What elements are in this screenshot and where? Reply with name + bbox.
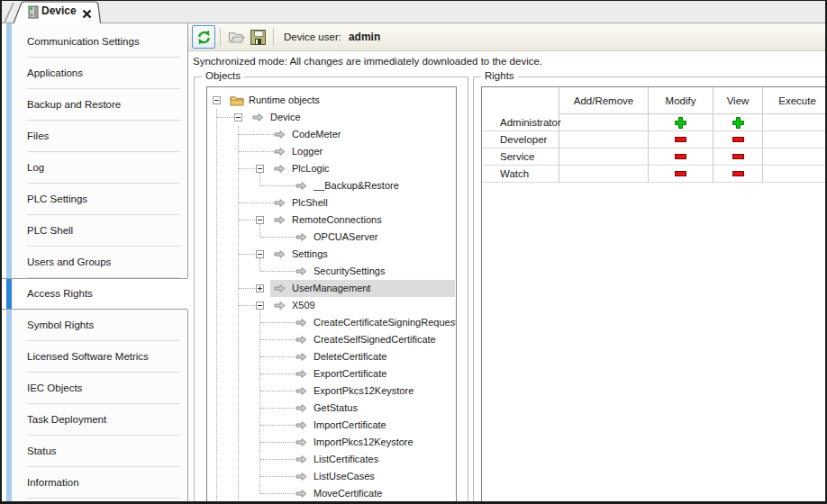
tree-connector: [216, 109, 218, 504]
tree-item-backup-restore[interactable]: __Backup&Restore: [207, 177, 456, 194]
sidebar-item-access-rights[interactable]: Access Rights: [2, 278, 187, 310]
column-header-modify: Modify: [649, 87, 713, 114]
open-folder-icon: [228, 31, 245, 44]
tab-device[interactable]: Device: [11, 1, 103, 23]
object-arrow-icon: [274, 147, 286, 157]
tree-connector: [260, 356, 295, 358]
sidebar-item-symbol-rights[interactable]: Symbol Rights: [2, 310, 187, 341]
sidebar-item-status[interactable]: Status: [2, 436, 187, 467]
deny-minus-icon: [675, 171, 686, 176]
tree-connector: [260, 391, 295, 392]
tree-item-importpkcs12keystore[interactable]: ImportPkcs12Keystore: [207, 434, 456, 451]
sidebar-item-plc-settings[interactable]: PLC Settings: [2, 184, 187, 215]
tree-item-exportpkcs12keystore[interactable]: ExportPkcs12Keystore: [207, 382, 456, 400]
sidebar-item-task-deployment[interactable]: Task Deployment: [2, 404, 187, 436]
tree-item-remoteconnections[interactable]: RemoteConnections: [207, 212, 456, 229]
collapse-icon[interactable]: [213, 96, 221, 104]
rights-cell-service-view[interactable]: [713, 148, 763, 166]
tree-item-label: ListUseCases: [314, 468, 375, 485]
tree-item-movecertificate[interactable]: MoveCertificate: [207, 485, 456, 502]
rights-row-label-watch: Watch: [482, 166, 559, 183]
save-button[interactable]: [248, 27, 268, 47]
tree-item-logger[interactable]: Logger: [207, 143, 456, 160]
device-editor-window: Device Communication SettingsApplication…: [0, 0, 827, 504]
tree-item-label: PlcShell: [292, 194, 328, 212]
tree-item-label: SecuritySettings: [314, 263, 385, 280]
sync-mode-status: Synchronized mode: All changes are immed…: [193, 56, 542, 67]
rights-cell-developer-add-remove[interactable]: [559, 131, 649, 148]
sidebar-item-users-and-groups[interactable]: Users and Groups: [2, 247, 187, 278]
object-arrow-icon: [274, 301, 286, 310]
expand-icon[interactable]: [256, 284, 264, 292]
rights-cell-watch-execute[interactable]: [763, 166, 827, 183]
sidebar-item-log[interactable]: Log: [2, 152, 187, 184]
toolbar-separator: [220, 28, 221, 46]
rights-cell-developer-execute[interactable]: [763, 131, 827, 148]
tree-item-exportcertificate[interactable]: ExportCertificate: [207, 365, 456, 382]
open-project-button[interactable]: [226, 27, 246, 47]
rights-cell-watch-modify[interactable]: [649, 166, 713, 183]
tree-item-label: X509: [292, 297, 315, 314]
rights-cell-administrator-execute[interactable]: [763, 114, 827, 131]
rights-cell-watch-add-remove[interactable]: [559, 166, 649, 183]
device-user-label: Device user:admin: [284, 31, 380, 43]
sidebar-item-information[interactable]: Information: [2, 467, 187, 499]
rights-cell-administrator-view[interactable]: [713, 114, 763, 131]
sidebar-item-applications[interactable]: Applications: [2, 58, 187, 89]
tree-item-label: Runtime objects: [249, 92, 320, 109]
tree-item-createselfsignedcertificate[interactable]: CreateSelfSignedCertificate: [207, 331, 456, 348]
tree-item-opcuaserver[interactable]: OPCUAServer: [207, 229, 456, 246]
tree-item-codemeter[interactable]: CodeMeter: [207, 126, 456, 143]
tree-item-securitysettings[interactable]: SecuritySettings: [207, 263, 456, 280]
tree-item-listusecases[interactable]: ListUseCases: [207, 468, 456, 485]
tree-item-label: DeleteCertificate: [314, 348, 386, 365]
refresh-button[interactable]: [192, 25, 215, 49]
sidebar-item-communication-settings[interactable]: Communication Settings: [2, 26, 187, 58]
rights-cell-administrator-modify[interactable]: [649, 114, 713, 131]
sidebar-item-iec-objects[interactable]: IEC Objects: [2, 373, 187, 404]
tree-item-deletecertificate[interactable]: DeleteCertificate: [207, 348, 456, 365]
tree-connector: [260, 442, 295, 444]
tree-item-label: CreateCertificateSigningRequest: [314, 314, 457, 331]
tree-item-label: ListCertificates: [314, 451, 378, 468]
tab-close-icon[interactable]: [82, 6, 93, 17]
tree-item-label: PlcLogic: [292, 160, 330, 177]
objects-groupbox-title: Objects: [202, 70, 244, 81]
object-arrow-icon: [274, 198, 286, 208]
collapse-icon[interactable]: [256, 165, 264, 173]
column-header-role: [482, 87, 559, 114]
rights-cell-service-execute[interactable]: [763, 148, 827, 166]
rights-cell-developer-view[interactable]: [713, 131, 763, 148]
tree-item-device[interactable]: Device: [207, 109, 456, 126]
rights-cell-service-add-remove[interactable]: [559, 148, 649, 166]
rights-cell-administrator-add-remove[interactable]: [559, 114, 649, 131]
tree-item-plcshell[interactable]: PlcShell: [207, 194, 456, 212]
sidebar-item-files[interactable]: Files: [2, 121, 187, 152]
object-arrow-icon: [295, 181, 307, 191]
rights-cell-watch-view[interactable]: [713, 166, 763, 183]
sidebar-item-backup-and-restore[interactable]: Backup and Restore: [2, 89, 187, 121]
tree-item-x509[interactable]: X509: [207, 297, 456, 314]
tree-connector: [239, 168, 255, 170]
tree-connector: [239, 151, 273, 153]
tree-connector: [238, 126, 240, 504]
collapse-icon[interactable]: [256, 302, 264, 310]
tree-item-usermanagement[interactable]: UserManagement: [207, 280, 456, 297]
column-header-view: View: [713, 87, 763, 114]
tree-item-settings[interactable]: Settings: [207, 246, 456, 263]
collapse-icon[interactable]: [256, 250, 264, 258]
collapse-icon[interactable]: [234, 113, 242, 122]
rights-cell-service-modify[interactable]: [649, 148, 713, 166]
collapse-icon[interactable]: [256, 216, 264, 224]
rights-cell-developer-modify[interactable]: [649, 131, 713, 148]
tree-item-getstatus[interactable]: GetStatus: [207, 400, 456, 417]
tree-item-createcertificatesigningrequest[interactable]: CreateCertificateSigningRequest: [207, 314, 456, 331]
sidebar-item-licensed-software-metrics[interactable]: Licensed Software Metrics: [2, 341, 187, 373]
tree-item-listcertificates[interactable]: ListCertificates: [207, 451, 456, 468]
tree-item-runtime-objects[interactable]: Runtime objects: [207, 92, 456, 109]
sidebar-item-plc-shell[interactable]: PLC Shell: [2, 215, 187, 247]
access-rights-toolbar: Device user:admin: [188, 23, 825, 51]
grant-plus-icon: [732, 117, 744, 129]
tree-item-plclogic[interactable]: PlcLogic: [207, 160, 456, 177]
tree-item-importcertificate[interactable]: ImportCertificate: [207, 417, 456, 434]
